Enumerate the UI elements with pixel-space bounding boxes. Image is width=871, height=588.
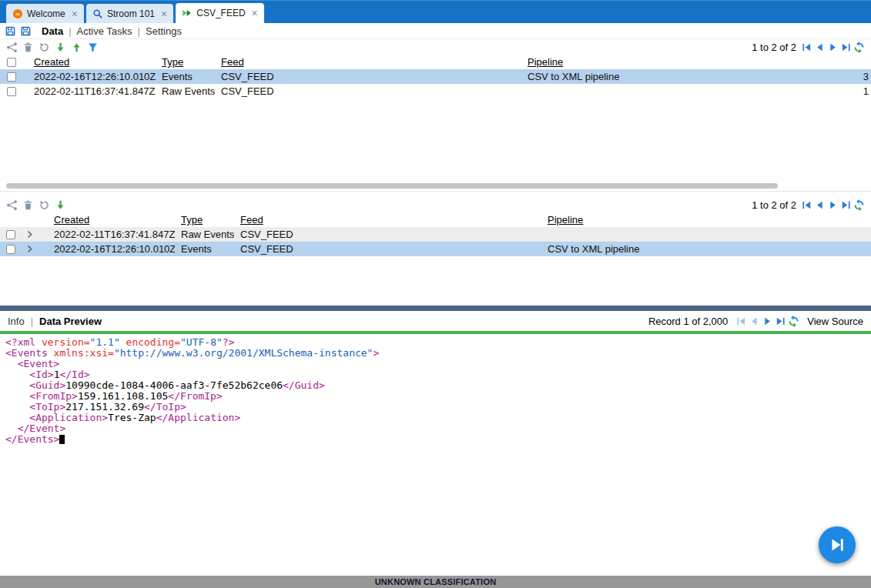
stream-detail-pane: 1 to 2 of 2 CreatedTypeFeedPipeline 2022… bbox=[0, 197, 871, 306]
cell-created: 2022-02-11T16:37:41.847Z bbox=[28, 84, 156, 99]
close-icon[interactable]: × bbox=[252, 8, 258, 18]
feed-icon bbox=[182, 8, 193, 18]
table-row[interactable]: 2022-02-16T12:26:10.010ZEventsCSV_FEEDCS… bbox=[0, 69, 871, 84]
separator: | bbox=[31, 316, 33, 327]
cell-created: 2022-02-11T16:37:41.847Z bbox=[48, 227, 175, 242]
stream-list-grid: CreatedTypeFeedPipeline 2022-02-16T12:26… bbox=[0, 55, 871, 99]
page-last-icon[interactable] bbox=[840, 199, 852, 211]
classification-label: UNKNOWN CLASSIFICATION bbox=[375, 577, 497, 586]
column-header-feed[interactable]: Feed bbox=[215, 55, 521, 69]
close-icon[interactable]: × bbox=[72, 8, 78, 19]
step-forward-button[interactable] bbox=[819, 526, 856, 563]
column-header-created[interactable]: Created bbox=[28, 55, 156, 69]
stream-detail-toolbar-icons bbox=[6, 199, 66, 211]
row-checkbox[interactable] bbox=[6, 230, 15, 239]
stream-list-pane: 1 to 2 of 2 CreatedTypeFeedPipeline 2022… bbox=[0, 39, 871, 191]
save-icon[interactable] bbox=[5, 25, 16, 37]
cell-feed: CSV_FEED bbox=[215, 84, 521, 99]
stream-detail-pager: 1 to 2 of 2 bbox=[752, 199, 865, 211]
page-last-icon[interactable] bbox=[840, 42, 852, 53]
page-first-icon[interactable] bbox=[801, 199, 812, 211]
menu-item-settings[interactable]: Settings bbox=[146, 25, 182, 37]
table-row[interactable]: 2022-02-11T16:37:41.847ZRaw EventsCSV_FE… bbox=[0, 84, 871, 99]
row-checkbox[interactable] bbox=[7, 87, 16, 96]
row-checkbox[interactable] bbox=[7, 72, 16, 82]
delete-icon[interactable] bbox=[22, 199, 34, 211]
refresh-icon[interactable] bbox=[853, 42, 865, 53]
tab-bar: ∞ Welcome × Stroom 101 × CSV_FEED × bbox=[0, 0, 871, 23]
expander-icon[interactable] bbox=[25, 229, 35, 239]
tab-label: CSV_FEED bbox=[196, 8, 245, 18]
tab-data-preview[interactable]: Data Preview bbox=[39, 316, 102, 327]
lower-grid-header: CreatedTypeFeedPipeline bbox=[0, 212, 871, 227]
page-prev-icon[interactable] bbox=[749, 316, 760, 327]
column-header-feed[interactable]: Feed bbox=[234, 212, 541, 227]
cell-created: 2022-02-16T12:26:10.010Z bbox=[48, 242, 175, 256]
table-row[interactable]: 2022-02-11T16:37:41.847ZRaw EventsCSV_FE… bbox=[0, 227, 871, 242]
tab-info[interactable]: Info bbox=[8, 316, 25, 327]
page-last-icon[interactable] bbox=[775, 316, 786, 327]
page-next-icon[interactable] bbox=[762, 316, 773, 327]
column-header-pipeline[interactable]: Pipeline bbox=[521, 55, 845, 69]
cell-count: 1 bbox=[845, 84, 871, 99]
page-prev-icon[interactable] bbox=[814, 42, 826, 53]
tab-csv-feed[interactable]: CSV_FEED × bbox=[176, 3, 264, 23]
menu-item-active-tasks[interactable]: Active Tasks bbox=[77, 25, 132, 37]
tab-label: Welcome bbox=[27, 8, 65, 19]
upload-icon[interactable] bbox=[71, 42, 82, 53]
pane-splitter[interactable] bbox=[0, 191, 871, 197]
horizontal-scrollbar-dark[interactable] bbox=[0, 306, 871, 311]
text-cursor bbox=[59, 435, 65, 444]
process-icon[interactable] bbox=[6, 42, 18, 53]
stream-list-pager: 1 to 2 of 2 bbox=[752, 42, 865, 53]
page-first-icon[interactable] bbox=[801, 42, 812, 53]
menu-item-data[interactable]: Data bbox=[42, 25, 63, 37]
column-header-type[interactable]: Type bbox=[175, 212, 234, 227]
download-icon[interactable] bbox=[55, 42, 66, 53]
undo-icon[interactable] bbox=[39, 42, 50, 53]
row-checkbox[interactable] bbox=[6, 245, 15, 254]
xml-content[interactable]: <?xml version="1.1" encoding="UTF-8"?><E… bbox=[0, 334, 871, 576]
undo-icon[interactable] bbox=[39, 199, 50, 211]
cell-type: Raw Events bbox=[156, 84, 215, 99]
cell-pipeline: CSV to XML pipeline bbox=[521, 69, 845, 84]
pager-label: 1 to 2 of 2 bbox=[752, 42, 796, 53]
table-row[interactable]: 2022-02-16T12:26:10.010ZEventsCSV_FEEDCS… bbox=[0, 242, 871, 256]
column-header-type[interactable]: Type bbox=[156, 55, 215, 69]
horizontal-scrollbar[interactable] bbox=[6, 183, 778, 189]
page-first-icon[interactable] bbox=[735, 316, 747, 327]
refresh-icon[interactable] bbox=[853, 199, 865, 211]
column-header-pipeline[interactable]: Pipeline bbox=[541, 212, 871, 227]
cell-feed: CSV_FEED bbox=[215, 69, 521, 84]
save-all-icon[interactable] bbox=[20, 25, 32, 37]
tab-stroom-101[interactable]: Stroom 101 × bbox=[86, 4, 173, 23]
cell-feed: CSV_FEED bbox=[234, 242, 541, 256]
delete-icon[interactable] bbox=[22, 42, 34, 53]
process-icon[interactable] bbox=[6, 199, 18, 211]
stream-list-toolbar: 1 to 2 of 2 bbox=[0, 39, 871, 55]
data-preview-controls: Record 1 of 2,000 View Source bbox=[648, 316, 863, 327]
stream-detail-toolbar: 1 to 2 of 2 bbox=[0, 197, 871, 212]
menu-items: Data | Active Tasks | Settings bbox=[42, 25, 182, 37]
refresh-icon[interactable] bbox=[788, 316, 799, 327]
column-header-created[interactable]: Created bbox=[48, 212, 175, 227]
stroom-logo-icon: ∞ bbox=[12, 8, 23, 19]
classification-bar: UNKNOWN CLASSIFICATION bbox=[0, 576, 871, 588]
filter-icon[interactable] bbox=[87, 42, 99, 53]
expander-icon[interactable] bbox=[25, 244, 35, 254]
close-icon[interactable]: × bbox=[161, 8, 167, 19]
record-label: Record 1 of 2,000 bbox=[648, 316, 728, 327]
search-icon bbox=[92, 8, 103, 19]
separator: | bbox=[138, 25, 140, 37]
page-prev-icon[interactable] bbox=[814, 199, 826, 211]
cell-type: Events bbox=[156, 69, 215, 84]
page-next-icon[interactable] bbox=[827, 42, 839, 53]
download-icon[interactable] bbox=[55, 199, 66, 211]
select-all-checkbox[interactable] bbox=[7, 58, 16, 67]
tab-welcome[interactable]: ∞ Welcome × bbox=[6, 4, 84, 23]
separator: | bbox=[69, 25, 71, 37]
lower-grid-body: 2022-02-11T16:37:41.847ZRaw EventsCSV_FE… bbox=[0, 227, 871, 256]
page-next-icon[interactable] bbox=[827, 199, 839, 211]
data-preview-pane: Info | Data Preview Record 1 of 2,000 Vi… bbox=[0, 311, 871, 576]
view-source-link[interactable]: View Source bbox=[807, 316, 863, 327]
